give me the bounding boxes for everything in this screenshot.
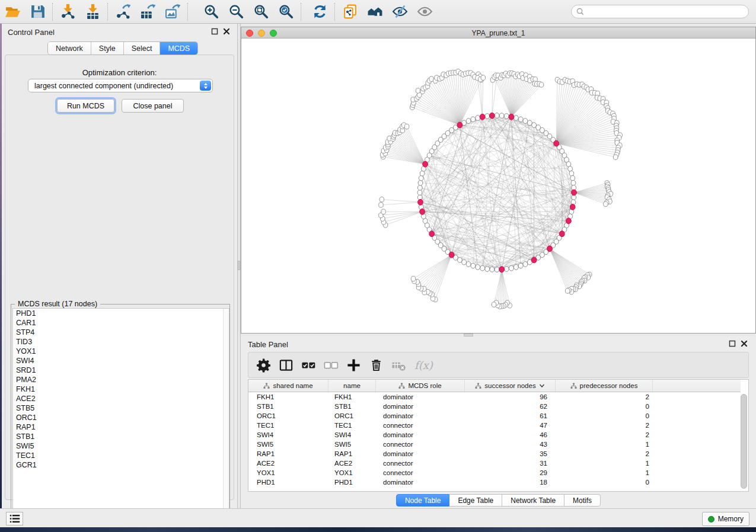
toggle-panel-button[interactable] <box>275 354 297 376</box>
result-node-item[interactable]: STP4 <box>13 328 229 337</box>
result-node-item[interactable]: GCR1 <box>13 460 229 470</box>
network-canvas[interactable] <box>241 39 755 333</box>
table-row[interactable]: SWI4SWI4dominator462 <box>248 430 741 440</box>
cell[interactable]: 0 <box>556 477 653 487</box>
cell[interactable]: dominator <box>376 449 465 459</box>
refresh-view-button[interactable] <box>307 1 332 23</box>
cell[interactable]: TEC1 <box>328 421 376 430</box>
zoom-fit-button[interactable] <box>248 1 273 23</box>
cell[interactable]: 1 <box>556 440 653 449</box>
deselect-all-rows-button[interactable] <box>320 354 342 376</box>
zoom-selected-button[interactable] <box>273 1 298 23</box>
cell[interactable]: SWI5 <box>248 440 328 449</box>
cell[interactable]: connector <box>376 440 465 449</box>
table-row[interactable]: TEC1TEC1connector472 <box>248 421 741 430</box>
table-row[interactable]: ORC1ORC1dominator610 <box>248 411 741 421</box>
tab-mcds[interactable]: MCDS <box>160 42 197 55</box>
cell[interactable]: ORC1 <box>248 411 328 421</box>
cell[interactable]: TEC1 <box>248 421 328 430</box>
cell[interactable]: dominator <box>376 392 465 402</box>
cell[interactable]: 35 <box>465 449 556 459</box>
result-node-item[interactable]: SWI5 <box>13 441 229 451</box>
table-scrollbar-thumb[interactable] <box>741 394 747 489</box>
cell[interactable]: dominator <box>376 411 465 421</box>
cell[interactable]: STB1 <box>328 402 376 411</box>
result-node-item[interactable]: CAR1 <box>13 318 229 328</box>
cell[interactable]: 62 <box>465 402 556 411</box>
cell[interactable]: 31 <box>465 459 556 468</box>
select-all-rows-button[interactable] <box>297 354 320 376</box>
network-window-titlebar[interactable]: YPA_prune.txt_1 <box>241 27 755 39</box>
cell[interactable]: 0 <box>556 411 653 421</box>
close-panel-icon[interactable] <box>223 28 230 35</box>
table-row[interactable]: FKH1FKH1dominator962 <box>248 392 741 402</box>
float-panel-icon[interactable] <box>211 28 218 35</box>
tab-node-table[interactable]: Node Table <box>396 494 450 507</box>
column-header-successor-nodes[interactable]: successor nodes <box>465 380 556 392</box>
tab-style[interactable]: Style <box>91 42 124 55</box>
cell[interactable]: 96 <box>465 392 556 402</box>
tab-network-table[interactable]: Network Table <box>502 494 564 507</box>
import-table-button[interactable] <box>80 1 105 23</box>
cell[interactable]: connector <box>376 421 465 430</box>
cell[interactable]: FKH1 <box>328 392 376 402</box>
clone-network-button[interactable] <box>337 1 362 23</box>
result-node-item[interactable]: YOX1 <box>13 347 229 356</box>
task-list-button[interactable] <box>6 512 23 525</box>
cell[interactable]: SWI4 <box>328 430 376 440</box>
cell[interactable]: connector <box>376 459 465 468</box>
cell[interactable]: YOX1 <box>248 468 328 477</box>
result-node-item[interactable]: ACE2 <box>13 394 229 403</box>
column-header-name[interactable]: name <box>328 380 376 392</box>
column-header-predecessor-nodes[interactable]: predecessor nodes <box>556 380 653 392</box>
table-row[interactable]: STB1STB1dominator620 <box>248 402 741 411</box>
cell[interactable]: FKH1 <box>248 392 328 402</box>
cell[interactable]: 18 <box>465 477 556 487</box>
result-node-item[interactable]: FKH1 <box>13 384 229 394</box>
tab-network[interactable]: Network <box>48 42 91 55</box>
cell[interactable]: ACE2 <box>248 459 328 468</box>
cell[interactable]: 1 <box>556 459 653 468</box>
close-panel-icon[interactable] <box>741 340 748 347</box>
zoom-out-button[interactable] <box>224 1 248 23</box>
splitter-grip[interactable] <box>238 261 240 270</box>
close-panel-button[interactable]: Close panel <box>122 99 184 113</box>
export-table-button[interactable] <box>135 1 160 23</box>
cell[interactable]: PHD1 <box>328 477 376 487</box>
column-header-MCDS-role[interactable]: MCDS role <box>376 380 465 392</box>
network-graph[interactable] <box>241 39 755 333</box>
cell[interactable]: dominator <box>376 430 465 440</box>
cell[interactable]: RAP1 <box>248 449 328 459</box>
cell[interactable]: ORC1 <box>328 411 376 421</box>
memory-button[interactable]: Memory <box>702 512 749 526</box>
table-row[interactable]: RAP1RAP1dominator352 <box>248 449 741 459</box>
zoom-in-button[interactable] <box>199 1 224 23</box>
tab-select[interactable]: Select <box>124 42 161 55</box>
cell[interactable]: 2 <box>556 421 653 430</box>
result-node-item[interactable]: TEC1 <box>13 451 229 460</box>
criterion-dropdown[interactable]: largest connected component (undirected) <box>28 79 213 92</box>
cell[interactable]: 29 <box>465 468 556 477</box>
result-node-item[interactable]: STB1 <box>13 432 229 441</box>
run-mcds-button[interactable]: Run MCDS <box>57 99 114 113</box>
result-node-item[interactable]: PHD1 <box>13 309 229 318</box>
cell[interactable]: 0 <box>556 402 653 411</box>
cell[interactable]: SWI5 <box>328 440 376 449</box>
cell[interactable]: 61 <box>465 411 556 421</box>
cell[interactable]: 43 <box>465 440 556 449</box>
result-node-item[interactable]: ORC1 <box>13 413 229 422</box>
mcds-result-list[interactable]: PHD1CAR1STP4TID3YOX1SWI4SRD1PMA2FKH1ACE2… <box>12 308 229 520</box>
open-file-button[interactable] <box>0 1 25 23</box>
table-row[interactable]: YOX1YOX1connector291 <box>248 468 741 477</box>
result-node-item[interactable]: SWI4 <box>13 356 229 366</box>
cell[interactable]: dominator <box>376 402 465 411</box>
show-elements-button[interactable] <box>412 1 437 23</box>
table-row[interactable]: PHD1PHD1dominator180 <box>248 477 741 487</box>
import-network-button[interactable] <box>55 1 80 23</box>
result-node-item[interactable]: SRD1 <box>13 366 229 375</box>
result-node-item[interactable]: STB5 <box>13 403 229 413</box>
cell[interactable]: STB1 <box>248 402 328 411</box>
result-node-item[interactable]: PMA2 <box>13 375 229 384</box>
save-session-button[interactable] <box>25 1 50 23</box>
tab-motifs[interactable]: Motifs <box>564 494 601 507</box>
